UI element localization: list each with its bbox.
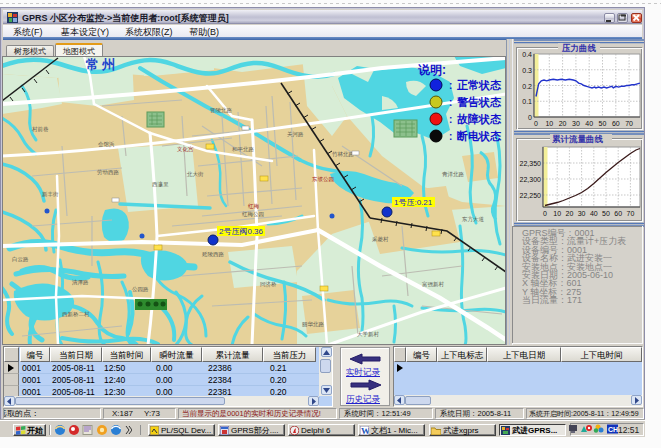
svg-text:采菱村: 采菱村 [372, 236, 389, 243]
svg-text:常州: 常州 [85, 57, 118, 72]
svg-text:东方大道: 东方大道 [461, 216, 485, 223]
svg-text:清潭路: 清潭路 [72, 279, 89, 286]
svg-text:压力曲线: 压力曲线 [561, 43, 597, 53]
svg-text:新丰街: 新丰街 [42, 191, 59, 198]
svg-text:竹林北路: 竹林北路 [332, 151, 355, 158]
svg-text:30: 30 [572, 120, 580, 127]
svg-text:断电状态: 断电状态 [457, 130, 502, 142]
svg-text:10: 10 [545, 120, 553, 127]
svg-text:0.1: 0.1 [522, 98, 532, 105]
svg-text:和平北路: 和平北路 [232, 146, 255, 153]
svg-text:警告状态: 警告状态 [457, 96, 502, 108]
svg-text:故障状态: 故障状态 [457, 112, 502, 125]
svg-text::: : [449, 80, 452, 91]
svg-text:晋陵北路: 晋陵北路 [210, 107, 233, 114]
svg-text:70: 70 [627, 210, 635, 217]
svg-text:同济桥: 同济桥 [260, 281, 277, 288]
svg-text:20: 20 [566, 210, 574, 217]
svg-text:关河路: 关河路 [287, 131, 304, 138]
svg-text:青洋北路: 青洋北路 [442, 171, 465, 178]
svg-text:0: 0 [543, 210, 547, 217]
svg-text:公园路: 公园路 [132, 286, 149, 293]
svg-text:西新桥二村: 西新桥二村 [62, 311, 90, 318]
svg-text:富强新村: 富强新村 [422, 281, 445, 288]
svg-text:大学新村: 大学新村 [357, 331, 380, 338]
svg-text:2号压阀0.36: 2号压阀0.36 [219, 227, 264, 236]
svg-text:20: 20 [559, 120, 567, 127]
svg-text:70: 70 [625, 120, 633, 127]
svg-text:1号压:0.21: 1号压:0.21 [394, 198, 433, 207]
svg-text:红梅公园: 红梅公园 [242, 211, 264, 218]
svg-text:红梅: 红梅 [248, 203, 260, 210]
svg-text:会馆浜: 会馆浜 [98, 141, 115, 148]
svg-text:白云路: 白云路 [12, 256, 29, 263]
svg-text:0.3: 0.3 [522, 67, 532, 74]
svg-text:30: 30 [578, 210, 586, 217]
svg-text:60: 60 [614, 210, 622, 217]
svg-text:累计流量曲线: 累计流量曲线 [551, 134, 604, 144]
svg-text:60: 60 [612, 120, 620, 127]
svg-text:22,300: 22,300 [520, 176, 542, 183]
svg-text:22,350: 22,350 [520, 160, 542, 167]
svg-text:50: 50 [599, 120, 607, 127]
svg-text:西瀛里: 西瀛里 [152, 181, 169, 188]
svg-text:40: 40 [590, 210, 598, 217]
svg-text:0.2: 0.2 [522, 83, 532, 90]
svg-text:40: 40 [585, 120, 593, 127]
svg-text:说明:: 说明: [417, 63, 446, 77]
svg-text:0: 0 [528, 114, 532, 121]
svg-text:延陵西路: 延陵西路 [201, 251, 225, 258]
svg-text:CH: CH [608, 426, 618, 433]
svg-text:正常状态: 正常状态 [456, 79, 502, 91]
svg-text:0: 0 [534, 120, 538, 127]
svg-text:50: 50 [602, 210, 610, 217]
svg-text:文化宫: 文化宫 [177, 146, 194, 153]
svg-text::: : [449, 114, 452, 125]
svg-text:东坡公园: 东坡公园 [311, 176, 334, 183]
svg-text:0.4: 0.4 [522, 51, 532, 58]
svg-text:劳动西路: 劳动西路 [97, 169, 120, 176]
svg-text:10: 10 [553, 210, 561, 217]
svg-text::: : [449, 97, 452, 108]
svg-text::: : [449, 131, 452, 142]
svg-text:北大街: 北大街 [186, 171, 204, 178]
svg-text:村前巷: 村前巷 [31, 126, 49, 133]
svg-text:当日流量：171: 当日流量：171 [522, 295, 582, 305]
svg-text:22,250: 22,250 [520, 192, 542, 199]
svg-text:W: W [361, 426, 369, 435]
svg-text:丽华北路: 丽华北路 [302, 321, 325, 328]
